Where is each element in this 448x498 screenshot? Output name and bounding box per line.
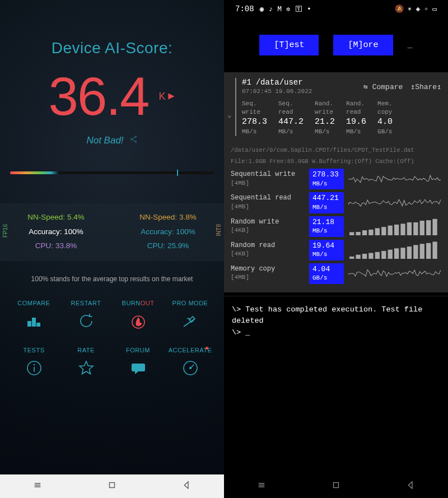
summary-metric: Mem.copy4.0GB/s	[377, 100, 393, 136]
detail-label: Random read[4KB]	[231, 241, 305, 259]
score-position-bar	[10, 171, 214, 174]
gmail-icon: M	[277, 5, 282, 13]
detail-graph	[348, 241, 441, 259]
status-notification-icons: ◉ ♪ M ✲ ⚿ •	[260, 4, 311, 13]
back-button[interactable]	[181, 480, 192, 492]
key-icon: ⚿	[295, 5, 302, 13]
share-link[interactable]: ↥Share↥	[410, 82, 441, 91]
chat-icon	[128, 358, 148, 378]
more-dot-icon: •	[307, 5, 311, 13]
svg-rect-24	[407, 222, 412, 235]
tests-button[interactable]: TESTS	[8, 347, 60, 378]
compare-button[interactable]: COMPARE 213	[8, 300, 60, 331]
result-index: #1	[242, 78, 251, 87]
detail-graph	[348, 264, 441, 282]
ai-score-value: 36.4	[49, 66, 149, 127]
detail-value: 278.33MB/s	[309, 169, 344, 189]
status-system-icons: 🔕 ∗ ◈ ▫ ▭	[395, 4, 437, 13]
svg-rect-21	[388, 226, 393, 235]
detail-value: 4.04GB/s	[309, 263, 344, 284]
console-line: \> Test has completed execution. Test fi…	[232, 304, 440, 327]
detail-row: Random read[4KB]19.64MB/s	[231, 240, 441, 260]
notification-dot	[206, 347, 208, 350]
rate-button[interactable]: RATE	[60, 347, 112, 378]
ai-benchmark-screen: Device AI-Score: 36.4 K Not Bad! FP16 NN…	[0, 0, 224, 498]
test-button[interactable]: [T]est	[259, 35, 319, 55]
detail-label: Memory copy[4MB]	[231, 265, 305, 282]
action-grid: COMPARE 213 RESTART BURNOUT PRO MODE TES…	[0, 300, 224, 378]
tiktok-icon: ♪	[268, 5, 273, 13]
int8-tag: INT8	[216, 224, 222, 236]
detail-graph	[348, 170, 441, 188]
result-timestamp: 07:02:45 19.06.2022	[242, 88, 312, 95]
accelerate-button[interactable]: ACCELERATE	[164, 347, 216, 378]
share-icon	[129, 135, 138, 143]
back-button[interactable]	[405, 480, 416, 493]
svg-point-0	[130, 138, 132, 140]
detail-value: 19.64MB/s	[309, 240, 344, 260]
rating-text: Not Bad!	[86, 135, 123, 146]
console-output: \> Test has completed execution. Test fi…	[224, 296, 448, 498]
summary-metric: Seq.write278.3MB/s	[242, 100, 267, 136]
recent-apps-button[interactable]	[256, 480, 267, 493]
svg-rect-36	[394, 249, 399, 259]
score-row: 36.4 K	[0, 66, 224, 127]
home-button[interactable]	[331, 480, 341, 493]
svg-rect-32	[368, 253, 373, 259]
score-suffix[interactable]: K	[158, 91, 175, 103]
metrics-panel: FP16 NN-Speed: 5.4% Accuracy: 100% CPU: …	[0, 203, 224, 261]
svg-rect-39	[413, 245, 418, 259]
detail-row: Random write[4KB]21.18MB/s	[231, 216, 441, 237]
svg-rect-31	[362, 254, 367, 259]
share-button[interactable]	[129, 135, 138, 146]
svg-rect-35	[388, 250, 393, 259]
svg-point-2	[134, 141, 136, 143]
compare-link[interactable]: ⇆ Compare	[363, 82, 403, 91]
more-button[interactable]: [M]ore	[333, 35, 393, 55]
svg-rect-41	[426, 243, 431, 259]
detail-label: Sequential read[4MB]	[231, 194, 305, 211]
signal-icon: ▫	[424, 5, 428, 13]
android-nav-bar	[224, 474, 448, 498]
svg-rect-16	[356, 232, 360, 235]
gauge-icon	[180, 358, 200, 378]
svg-rect-20	[381, 227, 386, 235]
svg-rect-22	[394, 225, 399, 235]
svg-rect-26	[420, 221, 424, 235]
fp16-tag: FP16	[2, 224, 8, 238]
svg-rect-42	[432, 242, 437, 259]
collapse-caret-icon[interactable]: ⌄	[227, 110, 232, 119]
result-summary: #1 /data/user 07:02:45 19.06.2022 ⇆ Comp…	[224, 72, 448, 143]
recent-apps-button[interactable]	[32, 480, 43, 492]
svg-rect-33	[375, 252, 380, 259]
console-prompt: \> _	[232, 327, 440, 338]
podium-icon: 213	[24, 311, 44, 331]
burnout-button[interactable]: BURNOUT	[112, 300, 164, 331]
star-icon	[76, 358, 96, 378]
witch-icon	[180, 311, 200, 331]
detail-value: 21.18MB/s	[309, 216, 344, 237]
metrics-fp16: NN-Speed: 5.4% Accuracy: 100% CPU: 33.8%	[0, 210, 112, 253]
svg-rect-17	[362, 230, 367, 235]
svg-rect-15	[349, 232, 354, 235]
flame-icon	[128, 311, 148, 331]
battery-icon: ▭	[432, 4, 437, 13]
info-icon	[24, 358, 44, 378]
file-config-meta: File:1.0GB Free:85.9GB W.Buffering:(Off)…	[231, 157, 441, 165]
svg-rect-40	[420, 244, 424, 259]
svg-rect-19	[375, 228, 380, 235]
svg-rect-18	[368, 230, 373, 235]
restart-button[interactable]: RESTART	[60, 300, 112, 331]
svg-rect-43	[333, 482, 338, 487]
android-nav-bar	[0, 474, 224, 498]
promode-button[interactable]: PRO MODE	[164, 300, 216, 331]
rating-row: Not Bad!	[0, 135, 224, 146]
wifi-icon: ◈	[416, 4, 421, 13]
forum-button[interactable]: FORUM	[112, 347, 164, 378]
detail-graph	[348, 194, 441, 212]
average-note: 100% stands for the average top results …	[0, 275, 224, 283]
summary-metric: Rand.write21.2MB/s	[315, 100, 335, 136]
result-path: /data/user	[256, 78, 303, 87]
detail-value: 447.21MB/s	[309, 192, 344, 213]
home-button[interactable]	[107, 480, 117, 492]
